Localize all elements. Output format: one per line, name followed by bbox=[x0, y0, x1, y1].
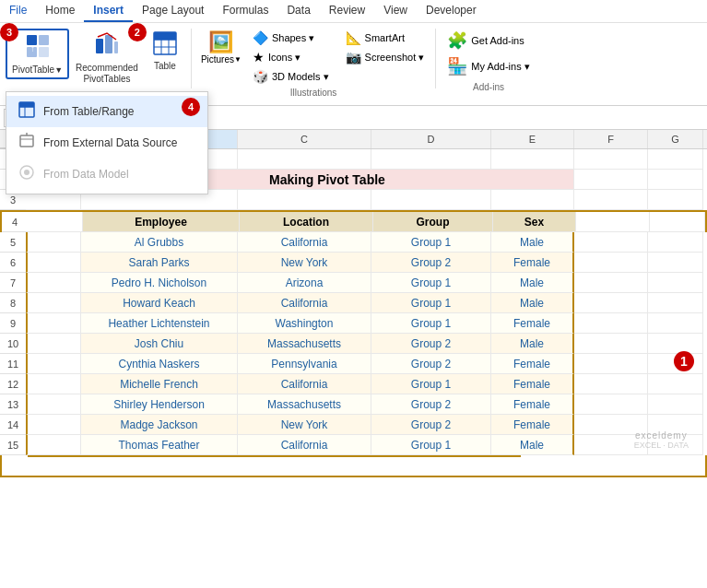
cell-employee-6[interactable]: Sarah Parks bbox=[81, 253, 238, 273]
cell-sex-5[interactable]: Male bbox=[491, 232, 574, 253]
cell-a13[interactable] bbox=[26, 394, 81, 415]
cell-group-15[interactable]: Group 1 bbox=[371, 435, 491, 455]
cell-group-8[interactable]: Group 1 bbox=[371, 293, 491, 313]
shapes-button[interactable]: 🔷 Shapes ▾ bbox=[247, 29, 335, 47]
row-header-10[interactable]: 10 bbox=[0, 334, 26, 354]
cell-location-11[interactable]: Pennsylvania bbox=[238, 354, 371, 374]
cell-f5[interactable] bbox=[574, 232, 648, 253]
cell-a10[interactable] bbox=[26, 334, 81, 354]
cell-employee-12[interactable]: Michelle French bbox=[81, 374, 238, 394]
cell-g1[interactable] bbox=[648, 149, 703, 170]
row-header-14[interactable]: 14 bbox=[0, 415, 26, 435]
cell-g9[interactable] bbox=[648, 313, 703, 334]
cell-employee-11[interactable]: Cynthia Naskers bbox=[81, 354, 238, 374]
cell-f8[interactable] bbox=[574, 293, 648, 313]
cell-c1[interactable] bbox=[238, 149, 371, 170]
cell-a11[interactable] bbox=[26, 354, 81, 374]
cell-sex-12[interactable]: Female bbox=[491, 374, 574, 394]
cell-d3[interactable] bbox=[371, 190, 491, 210]
cell-a4[interactable] bbox=[28, 212, 83, 232]
tab-developer[interactable]: Developer bbox=[417, 0, 486, 22]
cell-a15[interactable] bbox=[26, 435, 81, 455]
3dmodels-button[interactable]: 🎲 3D Models ▾ bbox=[247, 67, 335, 86]
cell-group-10[interactable]: Group 2 bbox=[371, 334, 491, 354]
tab-data[interactable]: Data bbox=[277, 0, 319, 22]
cell-g4[interactable] bbox=[650, 212, 705, 232]
cell-employee-10[interactable]: Josh Chiu bbox=[81, 334, 238, 354]
tab-file[interactable]: File bbox=[0, 0, 36, 22]
cell-a8[interactable] bbox=[26, 293, 81, 313]
cell-g6[interactable] bbox=[648, 253, 703, 273]
cell-a5[interactable] bbox=[26, 232, 81, 253]
cell-f3[interactable] bbox=[574, 190, 648, 210]
cell-d1[interactable] bbox=[371, 149, 491, 170]
tab-review[interactable]: Review bbox=[320, 0, 374, 22]
tab-formulas[interactable]: Formulas bbox=[213, 0, 277, 22]
cell-g8[interactable] bbox=[648, 293, 703, 313]
from-data-model-item[interactable]: From Data Model bbox=[6, 159, 207, 190]
cell-location-6[interactable]: New York bbox=[238, 253, 371, 273]
from-external-data-source-item[interactable]: From External Data Source bbox=[6, 127, 207, 159]
row-header-12[interactable]: 12 bbox=[0, 374, 26, 394]
cell-group-11[interactable]: Group 2 bbox=[371, 354, 491, 374]
cell-g2[interactable] bbox=[648, 170, 703, 190]
cell-group-9[interactable]: Group 1 bbox=[371, 313, 491, 334]
icons-button[interactable]: ★ Icons ▾ bbox=[247, 48, 335, 66]
from-table-range-item[interactable]: From Table/Range bbox=[6, 96, 207, 127]
row-header-9[interactable]: 9 bbox=[0, 313, 26, 334]
cell-employee-13[interactable]: Shirley Henderson bbox=[81, 394, 238, 415]
smartart-button[interactable]: 📐 SmartArt bbox=[340, 29, 430, 47]
row-header-8[interactable]: 8 bbox=[0, 293, 26, 313]
cell-sex-7[interactable]: Male bbox=[491, 273, 574, 293]
cell-group-14[interactable]: Group 2 bbox=[371, 415, 491, 435]
row-header-6[interactable]: 6 bbox=[0, 253, 26, 273]
table-button[interactable]: Table bbox=[145, 29, 185, 74]
cell-f11[interactable] bbox=[574, 354, 648, 374]
cell-employee-header[interactable]: Employee bbox=[83, 212, 240, 232]
cell-a9[interactable] bbox=[26, 313, 81, 334]
tab-home[interactable]: Home bbox=[36, 0, 84, 22]
cell-employee-15[interactable]: Thomas Feather bbox=[81, 435, 238, 455]
cell-a6[interactable] bbox=[26, 253, 81, 273]
cell-f13[interactable] bbox=[574, 394, 648, 415]
cell-sex-6[interactable]: Female bbox=[491, 253, 574, 273]
cell-location-8[interactable]: California bbox=[238, 293, 371, 313]
cell-f7[interactable] bbox=[574, 273, 648, 293]
row-header-5[interactable]: 5 bbox=[0, 232, 26, 253]
cell-sex-header[interactable]: Sex bbox=[493, 212, 576, 232]
screenshot-button[interactable]: 📷 Screenshot ▾ bbox=[340, 48, 430, 66]
cell-f6[interactable] bbox=[574, 253, 648, 273]
cell-group-header[interactable]: Group bbox=[373, 212, 493, 232]
tab-insert[interactable]: Insert bbox=[84, 0, 133, 22]
row-header-15[interactable]: 15 bbox=[0, 435, 26, 455]
cell-a14[interactable] bbox=[26, 415, 81, 435]
cell-g12[interactable] bbox=[648, 374, 703, 394]
col-header-f[interactable]: F bbox=[574, 130, 648, 148]
cell-f9[interactable] bbox=[574, 313, 648, 334]
cell-location-14[interactable]: New York bbox=[238, 415, 371, 435]
cell-location-15[interactable]: California bbox=[238, 435, 371, 455]
cell-location-10[interactable]: Massachusetts bbox=[238, 334, 371, 354]
cell-location-5[interactable]: California bbox=[238, 232, 371, 253]
cell-e3[interactable] bbox=[491, 190, 574, 210]
cell-location-9[interactable]: Washington bbox=[238, 313, 371, 334]
cell-location-7[interactable]: Arizona bbox=[238, 273, 371, 293]
cell-employee-14[interactable]: Madge Jackson bbox=[81, 415, 238, 435]
cell-sex-14[interactable]: Female bbox=[491, 415, 574, 435]
cell-g5[interactable] bbox=[648, 232, 703, 253]
cell-f4[interactable] bbox=[576, 212, 650, 232]
cell-group-5[interactable]: Group 1 bbox=[371, 232, 491, 253]
my-addins-button[interactable]: 🏪 My Add-ins ▾ bbox=[442, 54, 535, 78]
cell-g10[interactable] bbox=[648, 334, 703, 354]
cell-group-13[interactable]: Group 2 bbox=[371, 394, 491, 415]
col-header-c[interactable]: C bbox=[238, 130, 371, 148]
cell-location-header[interactable]: Location bbox=[240, 212, 373, 232]
cell-f2[interactable] bbox=[574, 170, 648, 190]
col-header-d[interactable]: D bbox=[371, 130, 491, 148]
cell-sex-13[interactable]: Female bbox=[491, 394, 574, 415]
cell-employee-5[interactable]: Al Grubbs bbox=[81, 232, 238, 253]
cell-f10[interactable] bbox=[574, 334, 648, 354]
cell-g3[interactable] bbox=[648, 190, 703, 210]
cell-sex-9[interactable]: Female bbox=[491, 313, 574, 334]
cell-f12[interactable] bbox=[574, 374, 648, 394]
